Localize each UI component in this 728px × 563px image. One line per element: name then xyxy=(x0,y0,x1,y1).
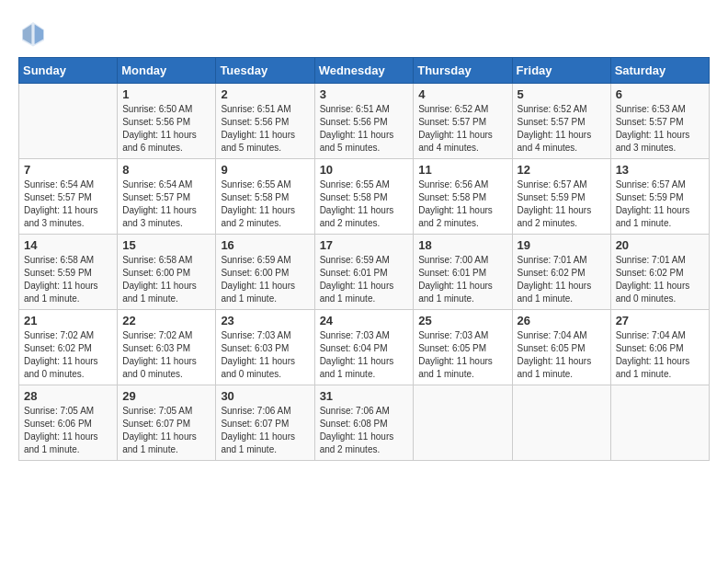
week-row-1: 1Sunrise: 6:50 AMSunset: 5:56 PMDaylight… xyxy=(19,84,710,159)
day-cell: 23Sunrise: 7:03 AMSunset: 6:03 PMDayligh… xyxy=(216,310,314,385)
day-info: Sunrise: 6:58 AMSunset: 6:00 PMDaylight:… xyxy=(122,254,210,305)
day-cell: 6Sunrise: 6:53 AMSunset: 5:57 PMDaylight… xyxy=(610,84,709,159)
day-info: Sunrise: 7:03 AMSunset: 6:05 PMDaylight:… xyxy=(418,329,506,381)
header-sunday: Sunday xyxy=(19,58,118,84)
week-row-4: 21Sunrise: 7:02 AMSunset: 6:02 PMDayligh… xyxy=(19,310,710,385)
day-info: Sunrise: 7:05 AMSunset: 6:06 PMDaylight:… xyxy=(24,405,112,456)
day-number: 26 xyxy=(518,314,606,327)
day-number: 1 xyxy=(122,87,210,101)
week-row-5: 28Sunrise: 7:05 AMSunset: 6:06 PMDayligh… xyxy=(19,385,710,461)
day-cell: 27Sunrise: 7:04 AMSunset: 6:06 PMDayligh… xyxy=(610,310,709,385)
day-number: 13 xyxy=(616,163,704,177)
day-number: 16 xyxy=(221,238,309,252)
day-info: Sunrise: 6:51 AMSunset: 5:56 PMDaylight:… xyxy=(221,103,309,155)
day-cell: 18Sunrise: 7:00 AMSunset: 6:01 PMDayligh… xyxy=(414,235,512,310)
calendar-table: SundayMondayTuesdayWednesdayThursdayFrid… xyxy=(18,57,710,461)
day-info: Sunrise: 6:59 AMSunset: 6:00 PMDaylight:… xyxy=(221,254,309,305)
day-info: Sunrise: 6:57 AMSunset: 5:59 PMDaylight:… xyxy=(518,178,606,230)
day-info: Sunrise: 6:55 AMSunset: 5:58 PMDaylight:… xyxy=(320,178,409,230)
day-info: Sunrise: 7:05 AMSunset: 6:07 PMDaylight:… xyxy=(122,405,210,456)
day-info: Sunrise: 7:01 AMSunset: 6:02 PMDaylight:… xyxy=(518,254,606,305)
day-cell: 11Sunrise: 6:56 AMSunset: 5:58 PMDayligh… xyxy=(414,159,512,235)
day-info: Sunrise: 7:02 AMSunset: 6:03 PMDaylight:… xyxy=(122,329,210,381)
day-number: 29 xyxy=(122,389,210,403)
day-cell: 22Sunrise: 7:02 AMSunset: 6:03 PMDayligh… xyxy=(118,310,216,385)
header-saturday: Saturday xyxy=(610,58,709,84)
day-number: 28 xyxy=(24,389,112,403)
day-info: Sunrise: 7:04 AMSunset: 6:06 PMDaylight:… xyxy=(616,329,704,381)
day-cell: 29Sunrise: 7:05 AMSunset: 6:07 PMDayligh… xyxy=(118,385,216,461)
day-number: 6 xyxy=(616,87,704,101)
day-cell: 15Sunrise: 6:58 AMSunset: 6:00 PMDayligh… xyxy=(118,235,216,310)
day-cell: 21Sunrise: 7:02 AMSunset: 6:02 PMDayligh… xyxy=(19,310,118,385)
day-cell xyxy=(19,84,118,159)
day-cell: 4Sunrise: 6:52 AMSunset: 5:57 PMDaylight… xyxy=(414,84,512,159)
day-number: 17 xyxy=(320,238,409,252)
logo xyxy=(18,18,51,48)
header-friday: Friday xyxy=(512,58,610,84)
day-cell: 5Sunrise: 6:52 AMSunset: 5:57 PMDaylight… xyxy=(512,84,610,159)
day-info: Sunrise: 7:01 AMSunset: 6:02 PMDaylight:… xyxy=(616,254,704,305)
day-number: 25 xyxy=(418,314,506,327)
day-cell: 24Sunrise: 7:03 AMSunset: 6:04 PMDayligh… xyxy=(314,310,414,385)
day-number: 12 xyxy=(518,163,606,177)
day-number: 5 xyxy=(518,87,606,101)
day-info: Sunrise: 6:52 AMSunset: 5:57 PMDaylight:… xyxy=(418,103,506,155)
day-info: Sunrise: 6:52 AMSunset: 5:57 PMDaylight:… xyxy=(518,103,606,155)
day-info: Sunrise: 6:51 AMSunset: 5:56 PMDaylight:… xyxy=(320,103,409,155)
day-info: Sunrise: 6:58 AMSunset: 5:59 PMDaylight:… xyxy=(24,254,112,305)
day-number: 30 xyxy=(221,389,309,403)
day-info: Sunrise: 6:59 AMSunset: 6:01 PMDaylight:… xyxy=(320,254,409,305)
day-number: 19 xyxy=(518,238,606,252)
day-cell: 7Sunrise: 6:54 AMSunset: 5:57 PMDaylight… xyxy=(19,159,118,235)
day-cell: 14Sunrise: 6:58 AMSunset: 5:59 PMDayligh… xyxy=(19,235,118,310)
week-row-3: 14Sunrise: 6:58 AMSunset: 5:59 PMDayligh… xyxy=(19,235,710,310)
day-cell: 19Sunrise: 7:01 AMSunset: 6:02 PMDayligh… xyxy=(512,235,610,310)
day-info: Sunrise: 6:50 AMSunset: 5:56 PMDaylight:… xyxy=(122,103,210,155)
day-info: Sunrise: 6:53 AMSunset: 5:57 PMDaylight:… xyxy=(616,103,704,155)
day-cell: 30Sunrise: 7:06 AMSunset: 6:07 PMDayligh… xyxy=(216,385,314,461)
day-number: 15 xyxy=(122,238,210,252)
day-cell: 28Sunrise: 7:05 AMSunset: 6:06 PMDayligh… xyxy=(19,385,118,461)
header-wednesday: Wednesday xyxy=(314,58,414,84)
day-info: Sunrise: 7:03 AMSunset: 6:03 PMDaylight:… xyxy=(221,329,309,381)
day-info: Sunrise: 7:06 AMSunset: 6:07 PMDaylight:… xyxy=(221,405,309,456)
header-monday: Monday xyxy=(118,58,216,84)
day-number: 21 xyxy=(24,314,112,327)
day-cell: 1Sunrise: 6:50 AMSunset: 5:56 PMDaylight… xyxy=(118,84,216,159)
day-cell: 2Sunrise: 6:51 AMSunset: 5:56 PMDaylight… xyxy=(216,84,314,159)
day-number: 7 xyxy=(24,163,112,177)
day-info: Sunrise: 7:04 AMSunset: 6:05 PMDaylight:… xyxy=(518,329,606,381)
day-info: Sunrise: 7:06 AMSunset: 6:08 PMDaylight:… xyxy=(320,405,409,456)
day-cell: 20Sunrise: 7:01 AMSunset: 6:02 PMDayligh… xyxy=(610,235,709,310)
day-cell: 31Sunrise: 7:06 AMSunset: 6:08 PMDayligh… xyxy=(314,385,414,461)
day-info: Sunrise: 6:54 AMSunset: 5:57 PMDaylight:… xyxy=(24,178,112,230)
day-number: 11 xyxy=(418,163,506,177)
day-cell: 9Sunrise: 6:55 AMSunset: 5:58 PMDaylight… xyxy=(216,159,314,235)
header-tuesday: Tuesday xyxy=(216,58,314,84)
day-info: Sunrise: 6:54 AMSunset: 5:57 PMDaylight:… xyxy=(122,178,210,230)
day-cell: 13Sunrise: 6:57 AMSunset: 5:59 PMDayligh… xyxy=(610,159,709,235)
week-row-2: 7Sunrise: 6:54 AMSunset: 5:57 PMDaylight… xyxy=(19,159,710,235)
logo-icon xyxy=(18,18,48,48)
day-number: 10 xyxy=(320,163,409,177)
day-number: 8 xyxy=(122,163,210,177)
day-number: 9 xyxy=(221,163,309,177)
header-row: SundayMondayTuesdayWednesdayThursdayFrid… xyxy=(19,58,710,84)
day-number: 31 xyxy=(320,389,409,403)
day-cell xyxy=(512,385,610,461)
day-number: 2 xyxy=(221,87,309,101)
day-number: 14 xyxy=(24,238,112,252)
day-info: Sunrise: 7:03 AMSunset: 6:04 PMDaylight:… xyxy=(320,329,409,381)
day-info: Sunrise: 6:57 AMSunset: 5:59 PMDaylight:… xyxy=(616,178,704,230)
day-number: 18 xyxy=(418,238,506,252)
day-cell xyxy=(414,385,512,461)
day-info: Sunrise: 6:55 AMSunset: 5:58 PMDaylight:… xyxy=(221,178,309,230)
day-number: 20 xyxy=(616,238,704,252)
day-info: Sunrise: 6:56 AMSunset: 5:58 PMDaylight:… xyxy=(418,178,506,230)
day-cell: 12Sunrise: 6:57 AMSunset: 5:59 PMDayligh… xyxy=(512,159,610,235)
day-info: Sunrise: 7:00 AMSunset: 6:01 PMDaylight:… xyxy=(418,254,506,305)
day-number: 27 xyxy=(616,314,704,327)
day-number: 3 xyxy=(320,87,409,101)
day-info: Sunrise: 7:02 AMSunset: 6:02 PMDaylight:… xyxy=(24,329,112,381)
